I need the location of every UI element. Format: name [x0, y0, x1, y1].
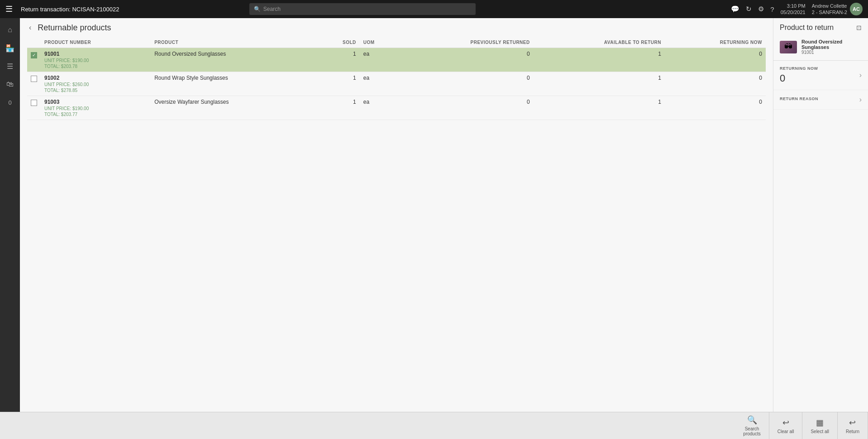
- search-products-icon: 🔍: [747, 415, 757, 425]
- topbar: ☰ Return transaction: NCISAN-2100022 🔍 💬…: [0, 0, 868, 18]
- th-product-number: PRODUCT NUMBER: [41, 37, 151, 48]
- return-icon: ↩: [849, 418, 856, 428]
- row-product-number: 91003 UNIT PRICE: $190.00 TOTAL: $203.77: [41, 96, 151, 120]
- topbar-user: Andrew Collette 2 - SANFRAN-2 AC: [812, 3, 863, 16]
- unit-price-label: UNIT PRICE: $190.00: [44, 106, 147, 111]
- row-available-to-return: 1: [534, 96, 665, 120]
- search-products-label: Searchproducts: [743, 426, 760, 436]
- topbar-user-name: Andrew Collette 2 - SANFRAN-2: [812, 3, 847, 16]
- clear-all-icon: ↩: [782, 418, 789, 428]
- checkbox[interactable]: ✓: [31, 52, 37, 58]
- return-label: Return: [846, 429, 859, 434]
- sidebar-item-bag[interactable]: 🛍: [2, 76, 18, 92]
- product-preview-name: Round Oversized Sunglasses: [801, 39, 862, 50]
- row-uom: ea: [360, 48, 397, 72]
- settings-icon[interactable]: ⚙: [758, 5, 764, 13]
- table-container: PRODUCT NUMBER PRODUCT SOLD UOM PREVIOUS…: [20, 37, 773, 412]
- th-uom: UOM: [360, 37, 397, 48]
- row-returning-now: 0: [665, 96, 766, 120]
- product-number-value: 91003: [44, 99, 147, 105]
- unit-price-label: UNIT PRICE: $190.00: [44, 58, 147, 63]
- row-sold: 1: [317, 96, 359, 120]
- product-preview: 🕶 Round Oversized Sunglasses 91001: [773, 35, 868, 61]
- bottom-btn-group: 🔍 Searchproducts ↩ Clear all ▦ Select al…: [735, 412, 868, 439]
- return-reason-chevron[interactable]: ›: [859, 96, 862, 104]
- row-uom: ea: [360, 96, 397, 120]
- row-checkbox[interactable]: ✓: [27, 48, 41, 72]
- th-product: PRODUCT: [151, 37, 317, 48]
- return-button[interactable]: ↩ Return: [838, 412, 868, 439]
- table-row[interactable]: 91003 UNIT PRICE: $190.00 TOTAL: $203.77…: [27, 96, 766, 120]
- checkbox[interactable]: [31, 76, 37, 82]
- total-label: TOTAL: $203.78: [44, 64, 147, 69]
- row-returning-now: 0: [665, 48, 766, 72]
- help-icon[interactable]: ?: [770, 5, 774, 13]
- row-sold: 1: [317, 48, 359, 72]
- th-sold: SOLD: [317, 37, 359, 48]
- content-area: ‹ Returnable products PRODUCT NUMBER PRO…: [20, 18, 773, 412]
- row-product-name: Round Wrap Style Sunglasses: [151, 72, 317, 96]
- clear-all-label: Clear all: [777, 429, 794, 434]
- table-row[interactable]: ✓ 91001 UNIT PRICE: $190.00 TOTAL: $203.…: [27, 48, 766, 72]
- product-preview-number: 91001: [801, 50, 862, 55]
- page-header: ‹ Returnable products: [20, 18, 773, 37]
- row-previously-returned: 0: [397, 72, 534, 96]
- main-layout: ⌂ 🏪 ☰ 🛍 0 ‹ Returnable products PRODUCT …: [0, 18, 868, 412]
- right-panel-header: Product to return ⊡: [773, 18, 868, 35]
- table-header-row: PRODUCT NUMBER PRODUCT SOLD UOM PREVIOUS…: [27, 37, 766, 48]
- product-preview-info: Round Oversized Sunglasses 91001: [801, 39, 862, 55]
- select-all-label: Select all: [811, 429, 829, 434]
- returning-now-value: 0: [780, 72, 859, 84]
- return-reason-left: RETURN REASON: [780, 96, 859, 103]
- unit-price-label: UNIT PRICE: $260.00: [44, 82, 147, 87]
- th-checkbox: [27, 37, 41, 48]
- product-thumbnail: 🕶: [780, 41, 797, 53]
- topbar-icons: 💬 ↻ ⚙ ? 3:10 PM 05/20/2021 Andrew Collet…: [731, 3, 863, 16]
- row-uom: ea: [360, 72, 397, 96]
- sidebar-item-home[interactable]: ⌂: [2, 22, 18, 38]
- checkbox[interactable]: [31, 100, 37, 106]
- comment-icon[interactable]: 💬: [731, 5, 739, 13]
- sidebar-item-badge[interactable]: 0: [2, 94, 18, 111]
- row-product-name: Round Oversized Sunglasses: [151, 48, 317, 72]
- return-reason-section: RETURN REASON ›: [773, 90, 868, 110]
- select-all-icon: ▦: [816, 418, 824, 428]
- returning-now-label: RETURNING NOW: [780, 66, 859, 71]
- th-previously-returned: PREVIOUSLY RETURNED: [397, 37, 534, 48]
- back-button[interactable]: ‹: [27, 23, 33, 33]
- row-product-number: 91001 UNIT PRICE: $190.00 TOTAL: $203.78: [41, 48, 151, 72]
- row-available-to-return: 1: [534, 72, 665, 96]
- returning-now-section: RETURNING NOW 0 ›: [773, 61, 868, 90]
- search-products-button[interactable]: 🔍 Searchproducts: [735, 412, 769, 439]
- bottom-bar: 🔍 Searchproducts ↩ Clear all ▦ Select al…: [0, 412, 868, 439]
- left-sidebar: ⌂ 🏪 ☰ 🛍 0: [0, 18, 20, 412]
- total-label: TOTAL: $203.77: [44, 112, 147, 117]
- page-title: Returnable products: [38, 23, 111, 33]
- th-returning-now: RETURNING NOW: [665, 37, 766, 48]
- avatar: AC: [850, 3, 863, 15]
- returning-now-chevron[interactable]: ›: [859, 71, 862, 79]
- sidebar-item-list[interactable]: ☰: [2, 58, 18, 74]
- right-panel: Product to return ⊡ 🕶 Round Oversized Su…: [773, 18, 868, 412]
- clear-all-button[interactable]: ↩ Clear all: [769, 412, 803, 439]
- panel-expand-icon[interactable]: ⊡: [856, 24, 862, 31]
- hamburger-icon[interactable]: ☰: [5, 4, 13, 14]
- row-available-to-return: 1: [534, 48, 665, 72]
- returning-now-left: RETURNING NOW 0: [780, 66, 859, 84]
- row-returning-now: 0: [665, 72, 766, 96]
- row-product-number: 91002 UNIT PRICE: $260.00 TOTAL: $278.85: [41, 72, 151, 96]
- row-checkbox[interactable]: [27, 96, 41, 120]
- select-all-button[interactable]: ▦ Select all: [802, 412, 838, 439]
- row-checkbox[interactable]: [27, 72, 41, 96]
- refresh-icon[interactable]: ↻: [746, 5, 752, 13]
- products-table: PRODUCT NUMBER PRODUCT SOLD UOM PREVIOUS…: [27, 37, 766, 120]
- table-row[interactable]: 91002 UNIT PRICE: $260.00 TOTAL: $278.85…: [27, 72, 766, 96]
- sidebar-item-store[interactable]: 🏪: [2, 40, 18, 56]
- topbar-search-box[interactable]: 🔍: [249, 3, 476, 15]
- return-reason-label: RETURN REASON: [780, 96, 859, 101]
- topbar-search-input[interactable]: [263, 6, 471, 12]
- topbar-title: Return transaction: NCISAN-2100022: [21, 6, 119, 13]
- search-icon: 🔍: [254, 6, 261, 12]
- product-number-value: 91002: [44, 75, 147, 81]
- product-number-value: 91001: [44, 51, 147, 57]
